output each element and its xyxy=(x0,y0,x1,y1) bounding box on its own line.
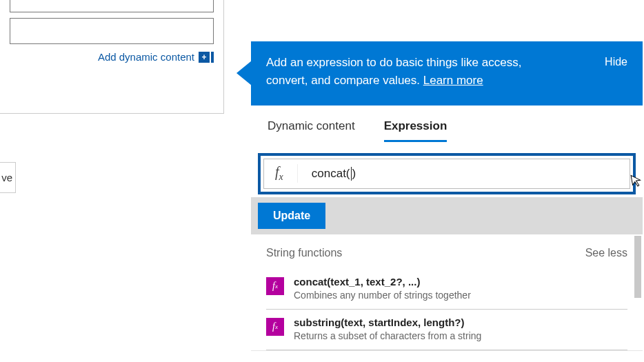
expression-input-highlight: fx concat() xyxy=(258,153,636,194)
expression-panel: Add an expression to do basic things lik… xyxy=(251,41,643,351)
hide-button[interactable]: Hide xyxy=(605,56,627,68)
expression-input[interactable]: fx concat() xyxy=(263,159,630,189)
text-caret-icon xyxy=(351,167,352,181)
function-description: Combines any number of strings together xyxy=(294,290,471,301)
function-signature: substring(text, startIndex, length?) xyxy=(294,316,481,328)
add-dynamic-content-icon[interactable]: + xyxy=(199,52,214,63)
info-banner: Add an expression to do basic things lik… xyxy=(251,41,643,105)
function-signature: concat(text_1, text_2?, ...) xyxy=(294,276,471,288)
update-button[interactable]: Update xyxy=(258,203,325,229)
function-item-substring[interactable]: fx substring(text, startIndex, length?) … xyxy=(266,310,627,350)
tab-expression[interactable]: Expression xyxy=(384,119,447,142)
function-item-concat[interactable]: fx concat(text_1, text_2?, ...) Combines… xyxy=(266,269,627,310)
see-less-toggle[interactable]: See less xyxy=(585,247,627,259)
form-field-1[interactable] xyxy=(10,0,214,12)
function-list-wrap: String functions See less fx concat(text… xyxy=(251,234,643,350)
callout-pointer-icon xyxy=(237,61,252,86)
function-list: fx concat(text_1, text_2?, ...) Combines… xyxy=(266,269,627,350)
fx-icon: fx xyxy=(266,318,284,336)
banner-message: Add an expression to do basic things lik… xyxy=(266,56,521,87)
form-field-2[interactable] xyxy=(10,18,214,44)
save-button-fragment[interactable]: ve xyxy=(0,162,16,193)
learn-more-link[interactable]: Learn more xyxy=(423,74,483,87)
tab-dynamic-content[interactable]: Dynamic content xyxy=(268,119,355,142)
scrollbar-thumb[interactable] xyxy=(634,236,641,298)
fx-icon: fx xyxy=(264,164,298,183)
add-dynamic-content-link[interactable]: Add dynamic content xyxy=(98,51,194,63)
action-bar: Update xyxy=(251,197,643,234)
section-title: String functions xyxy=(266,247,342,259)
fx-icon: fx xyxy=(266,277,284,295)
expression-text[interactable]: concat() xyxy=(298,167,356,181)
tabs: Dynamic content Expression xyxy=(251,105,643,142)
function-description: Returns a subset of characters from a st… xyxy=(294,330,481,341)
form-card: Add dynamic content + xyxy=(0,0,224,114)
banner-text: Add an expression to do basic things lik… xyxy=(266,54,563,90)
